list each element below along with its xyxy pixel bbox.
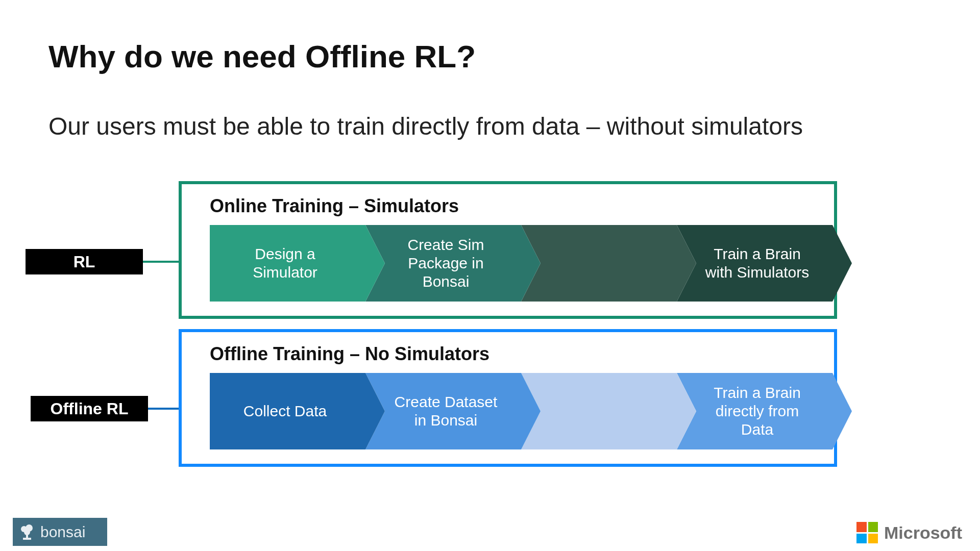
tag-offline-rl: Offline RL bbox=[31, 396, 148, 421]
slide-subtitle: Our users must be able to train directly… bbox=[48, 112, 803, 140]
microsoft-text: Microsoft bbox=[884, 523, 962, 543]
panel-offline-title: Offline Training – No Simulators bbox=[210, 343, 489, 365]
microsoft-squares-icon bbox=[856, 522, 878, 543]
bonsai-text: bonsai bbox=[40, 523, 85, 541]
online-step-3 bbox=[521, 225, 677, 302]
microsoft-logo: Microsoft bbox=[856, 522, 962, 543]
svg-rect-4 bbox=[23, 538, 31, 540]
online-step-4: Train a Brain with Simulators bbox=[677, 225, 832, 302]
online-step-2: Create Sim Package in Bonsai bbox=[365, 225, 521, 302]
bonsai-logo: bonsai bbox=[13, 518, 107, 546]
offline-flow: Collect Data Create Dataset in Bonsai Tr… bbox=[210, 373, 832, 449]
panel-online-title: Online Training – Simulators bbox=[210, 195, 459, 217]
bonsai-tree-icon bbox=[19, 524, 35, 540]
tag-rl: RL bbox=[26, 249, 143, 274]
panel-online-training: Online Training – Simulators Design a Si… bbox=[179, 181, 837, 319]
offline-step-2: Create Dataset in Bonsai bbox=[365, 373, 521, 449]
slide-title: Why do we need Offline RL? bbox=[48, 38, 476, 74]
slide: Why do we need Offline RL? Our users mus… bbox=[0, 0, 980, 551]
online-step-1: Design a Simulator bbox=[210, 225, 365, 302]
offline-step-1: Collect Data bbox=[210, 373, 365, 449]
online-flow: Design a Simulator Create Sim Package in… bbox=[210, 225, 832, 302]
panel-offline-training: Offline Training – No Simulators Collect… bbox=[179, 329, 837, 467]
offline-step-4: Train a Brain directly from Data bbox=[677, 373, 832, 449]
offline-step-3 bbox=[521, 373, 677, 449]
svg-rect-3 bbox=[26, 533, 28, 538]
